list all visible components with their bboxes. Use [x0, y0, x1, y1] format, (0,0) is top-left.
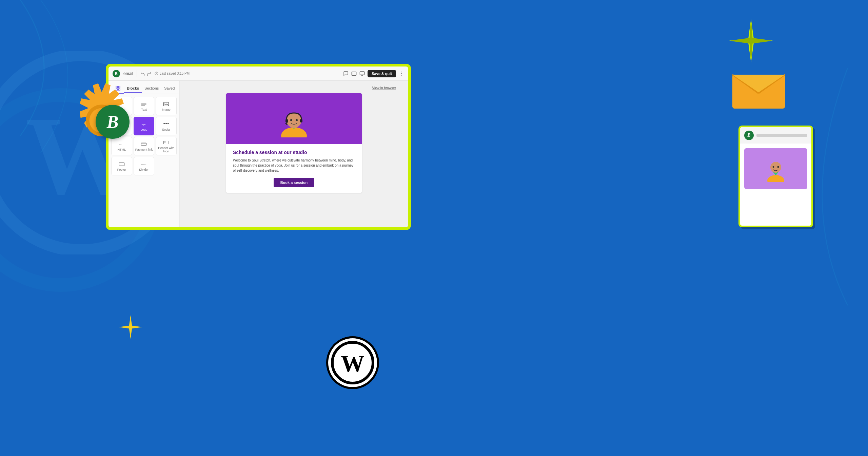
block-image[interactable]: Image [156, 97, 177, 115]
svg-point-52 [773, 166, 774, 168]
image-block-icon [163, 102, 169, 107]
save-quit-button[interactable]: Save & quit [368, 70, 396, 77]
header-logo-block-label: Header with logo [157, 147, 175, 153]
image-block-label: Image [162, 108, 171, 112]
svg-rect-6 [360, 72, 364, 75]
social-block-icon [163, 122, 169, 127]
svg-point-51 [770, 162, 781, 173]
email-body-text: Welcome to Soul Stretch, where we cultiv… [233, 158, 355, 173]
hero-avatar [275, 103, 313, 137]
email-cta-button[interactable]: Book a session [274, 178, 315, 187]
block-social[interactable]: Social [156, 117, 177, 135]
app-title: email [123, 71, 133, 76]
small-card-placeholder-bar [756, 134, 807, 137]
editor-main: Blocks Sections Saved T Title [108, 81, 408, 227]
divider [137, 70, 137, 77]
comment-icon[interactable] [343, 71, 349, 76]
svg-point-41 [290, 119, 292, 121]
editor-screen: B email Last saved 3:15 PM Save & quit [106, 64, 411, 230]
footer-block-label: Footer [117, 168, 126, 172]
social-block-label: Social [162, 128, 171, 132]
small-card-image-area [744, 148, 807, 189]
svg-point-11 [401, 75, 402, 75]
svg-point-42 [296, 119, 298, 121]
block-header-logo[interactable]: Header with logo [156, 137, 177, 155]
undo-icon[interactable] [140, 71, 145, 76]
svg-rect-39 [300, 119, 302, 122]
email-hero-section [226, 93, 362, 144]
svg-rect-5 [352, 72, 356, 75]
svg-rect-25 [165, 123, 167, 124]
gear-b-logo: B [96, 105, 130, 139]
clock-icon [155, 72, 158, 75]
svg-point-53 [777, 166, 779, 168]
green-star-large [729, 19, 773, 63]
svg-point-40 [286, 124, 288, 125]
desktop-icon[interactable] [359, 71, 365, 76]
more-options-icon[interactable] [399, 71, 404, 76]
wordpress-logo: W [326, 336, 380, 390]
preview-icon[interactable] [351, 71, 357, 76]
small-card-logo: B [744, 131, 754, 140]
svg-point-10 [401, 73, 402, 74]
undo-redo-group [140, 71, 151, 76]
header-logo-block-icon [163, 140, 169, 146]
svg-rect-24 [163, 123, 165, 124]
app-bar: B email Last saved 3:15 PM Save & quit [108, 66, 408, 81]
svg-point-49 [767, 175, 784, 182]
view-browser-link[interactable]: View in browser [372, 86, 396, 90]
envelope-icon [731, 68, 787, 112]
email-preview: Schedule a session at our studio Welcome… [226, 93, 362, 193]
divider-block-label: Divider [139, 168, 149, 172]
email-title: Schedule a session at our studio [233, 150, 355, 155]
svg-point-9 [401, 72, 402, 72]
editor-inner: B email Last saved 3:15 PM Save & quit [108, 66, 408, 227]
tab-saved[interactable]: Saved [161, 84, 177, 93]
email-body: Schedule a session at our studio Welcome… [226, 144, 362, 193]
svg-rect-26 [167, 123, 169, 124]
small-card: B [738, 126, 813, 227]
app-action-icons: Save & quit [343, 70, 404, 77]
canvas: View in browser [180, 81, 408, 227]
svg-rect-31 [164, 141, 166, 142]
small-card-body [740, 144, 811, 192]
svg-point-37 [287, 113, 301, 128]
redo-icon[interactable] [146, 71, 151, 76]
small-card-header: B [740, 127, 811, 144]
yellow-star-small [119, 315, 142, 339]
svg-text:W: W [341, 350, 364, 377]
save-status: Last saved 3:15 PM [155, 72, 190, 75]
